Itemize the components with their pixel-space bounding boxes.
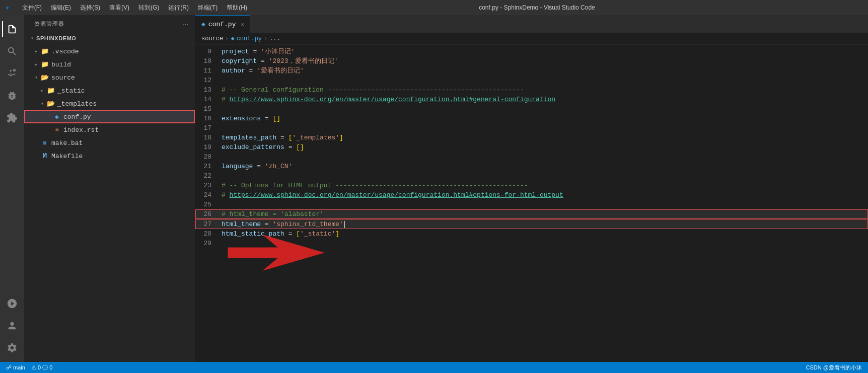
tree-item-vscode[interactable]: 📁 .vscode <box>24 45 195 58</box>
tree-item-source[interactable]: 📂 source <box>24 71 195 84</box>
file-tree: SPHINXDEMO 📁 .vscode 📁 build 📂 source <box>24 31 195 362</box>
menu-view[interactable]: 查看(V) <box>105 3 133 13</box>
code-line-25: 25 <box>195 200 868 209</box>
code-line-24: 24 # https://www.sphinx-doc.org/en/maste… <box>195 190 868 200</box>
code-line-18: 18 templates_path = ['_templates'] <box>195 133 868 142</box>
code-line-10: 10 copyright = '2023，爱看书的日记' <box>195 56 868 66</box>
bat-file-icon: ■ <box>40 138 49 147</box>
breadcrumb-sep-1: › <box>225 35 229 42</box>
line-content-14: # https://www.sphinx-doc.org/en/master/u… <box>220 95 868 104</box>
tree-item-indexrst[interactable]: ≡ index.rst <box>24 123 195 136</box>
line-content-20 <box>220 152 868 162</box>
tree-item-makebat[interactable]: ■ make.bat <box>24 136 195 150</box>
code-line-11: 11 author = '爱看书的日记' <box>195 66 868 76</box>
line-num-21: 21 <box>195 162 220 171</box>
line-content-29 <box>220 239 868 248</box>
folder-source-icon: 📂 <box>40 73 49 82</box>
tree-item-makefile-label: Makefile <box>51 153 83 160</box>
activity-account-icon[interactable] <box>2 316 22 336</box>
line-num-10: 10 <box>195 56 220 66</box>
menu-edit[interactable]: 编辑(E) <box>47 3 75 13</box>
title-bar: ✦ 文件(F) 编辑(E) 选择(S) 查看(V) 转到(G) 运行(R) 终端… <box>0 0 868 15</box>
tree-item-static[interactable]: 📁 _static <box>24 84 195 97</box>
menu-run[interactable]: 运行(R) <box>164 3 193 13</box>
tree-item-build[interactable]: 📁 build <box>24 58 195 71</box>
line-num-16: 16 <box>195 114 220 123</box>
tabs-bar: ◆ conf.py ✕ <box>195 15 868 33</box>
menu-select[interactable]: 选择(S) <box>76 3 104 13</box>
status-errors[interactable]: ⚠ 0 ⓘ 0 <box>31 364 52 371</box>
window-title: conf.py - SphinxDemo - Visual Studio Cod… <box>479 4 595 11</box>
line-content-23: # -- Options for HTML output -----------… <box>220 181 868 190</box>
breadcrumb-confpy[interactable]: conf.py <box>237 35 262 42</box>
status-attribution: CSDN @爱看书的小沐 <box>806 364 862 371</box>
tree-item-static-label: _static <box>57 87 85 95</box>
line-content-25 <box>220 200 868 209</box>
code-line-28: 28 html_static_path = ['_static'] <box>195 229 868 239</box>
line-num-9: 9 <box>195 47 220 56</box>
line-num-23: 23 <box>195 181 220 190</box>
code-line-17: 17 <box>195 123 868 133</box>
folder-build-arrow-icon <box>32 60 40 68</box>
status-branch[interactable]: ☍ main <box>6 364 25 371</box>
line-num-22: 22 <box>195 171 220 181</box>
line-content-28: html_static_path = ['_static'] <box>220 229 868 239</box>
breadcrumb-source[interactable]: source <box>201 35 223 42</box>
code-line-12: 12 <box>195 76 868 85</box>
line-content-19: exclude_patterns = [] <box>220 142 868 152</box>
tab-filename: conf.py <box>208 21 236 28</box>
line-content-10: copyright = '2023，爱看书的日记' <box>220 56 868 66</box>
code-line-15: 15 <box>195 104 868 114</box>
menu-terminal[interactable]: 终端(T) <box>194 3 222 13</box>
code-line-23: 23 # -- Options for HTML output --------… <box>195 181 868 190</box>
tree-item-confpy-label: conf.py <box>63 113 91 121</box>
sidebar-header: 资源管理器 ··· <box>24 15 195 31</box>
code-editor[interactable]: 9 project = '小沐日记' 10 copyright = '2023，… <box>195 45 868 362</box>
more-options-icon[interactable]: ··· <box>183 21 189 27</box>
line-num-11: 11 <box>195 66 220 76</box>
menu-file[interactable]: 文件(F) <box>18 3 46 13</box>
line-num-29: 29 <box>195 239 220 248</box>
tree-item-confpy[interactable]: ◆ conf.py <box>24 110 195 123</box>
line-num-18: 18 <box>195 133 220 142</box>
menu-help[interactable]: 帮助(H) <box>223 3 251 13</box>
breadcrumb-ellipsis[interactable]: ... <box>269 35 280 42</box>
tree-item-makefile[interactable]: M Makefile <box>24 150 195 163</box>
line-num-17: 17 <box>195 123 220 133</box>
code-line-21: 21 language = 'zh_CN' <box>195 162 868 171</box>
line-content-22 <box>220 171 868 181</box>
line-num-28: 28 <box>195 229 220 239</box>
line-content-15 <box>220 104 868 114</box>
tree-item-source-label: source <box>51 74 75 82</box>
activity-extensions-icon[interactable] <box>2 108 22 128</box>
line-num-25: 25 <box>195 200 220 209</box>
folder-static-arrow-icon <box>38 87 46 95</box>
line-content-9: project = '小沐日记' <box>220 47 868 56</box>
python-file-icon: ◆ <box>52 112 61 121</box>
line-content-13: # -- General configuration -------------… <box>220 85 868 95</box>
line-num-12: 12 <box>195 76 220 85</box>
folder-static-icon: 📁 <box>46 86 55 95</box>
activity-debug-icon[interactable] <box>2 86 22 106</box>
line-num-14: 14 <box>195 95 220 104</box>
tree-root-folder[interactable]: SPHINXDEMO <box>24 32 195 45</box>
code-line-9: 9 project = '小沐日记' <box>195 47 868 56</box>
line-num-20: 20 <box>195 152 220 162</box>
tree-item-templates[interactable]: 📂 _templates <box>24 97 195 110</box>
line-content-12 <box>220 76 868 85</box>
line-content-11: author = '爱看书的日记' <box>220 66 868 76</box>
code-line-27: 27 html_theme = 'sphinx_rtd_theme' <box>195 219 868 229</box>
line-num-24: 24 <box>195 190 220 200</box>
folder-arrow-icon <box>28 34 36 42</box>
sidebar-header-icons: ··· <box>183 21 189 27</box>
activity-settings-icon[interactable] <box>2 338 22 358</box>
tab-close-button[interactable]: ✕ <box>241 21 244 28</box>
activity-explorer-icon[interactable] <box>2 19 22 39</box>
activity-remote-icon[interactable] <box>2 293 22 314</box>
folder-vscode-arrow-icon <box>32 47 40 55</box>
activity-search-icon[interactable] <box>2 41 22 61</box>
activity-scm-icon[interactable] <box>2 63 22 84</box>
tab-confpy[interactable]: ◆ conf.py ✕ <box>195 15 250 33</box>
tree-item-templates-label: _templates <box>57 100 97 108</box>
menu-goto[interactable]: 转到(G) <box>134 3 163 13</box>
